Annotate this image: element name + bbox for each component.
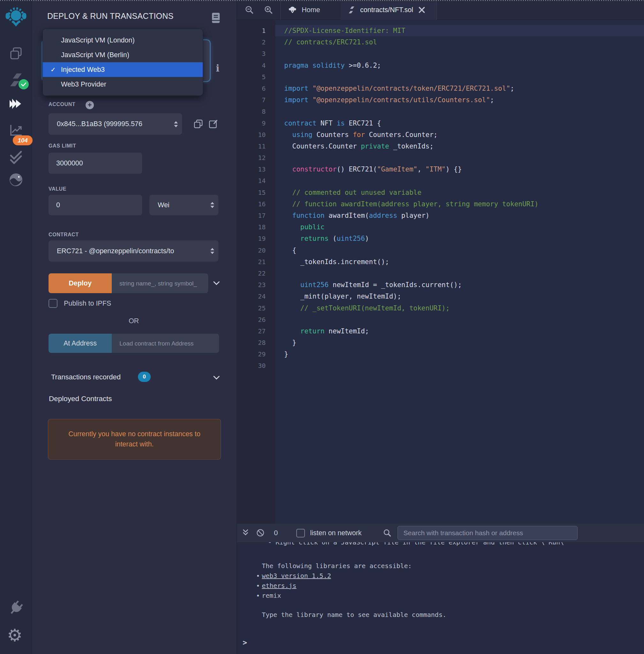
code-line[interactable]: 19 returns (uint256) [237,233,644,244]
code-line[interactable]: 24 _mint(player, newItemId); [237,291,644,302]
code-line[interactable]: 17 function awardItem(address player) [237,210,644,221]
code-line[interactable]: 13 constructor() ERC721("GameItem", "ITM… [237,163,644,175]
code-line[interactable]: 28 } [237,337,644,348]
deploy-args-input[interactable] [112,273,208,293]
code-text: // function awardItem(address player, st… [275,198,644,210]
code-line[interactable]: 8 [237,106,644,117]
gas-limit-input[interactable] [48,153,142,174]
code-line[interactable]: 25 // _setTokenURI(newItemId, tokenURI); [237,302,644,314]
code-text: uint256 newItemId = _tokenIds.current(); [275,279,644,291]
terminal-prompt: > [243,638,644,647]
deploy-button[interactable]: Deploy [48,273,112,293]
transactions-chevron-icon[interactable] [212,373,221,382]
line-number: 19 [237,233,275,244]
tab-home[interactable]: Home [281,0,340,20]
environment-dropdown: JavaScript VM (London)JavaScript VM (Ber… [43,29,203,96]
account-select[interactable]: 0x845...B1aB3 (999995.576 [48,113,182,135]
code-text: pragma solidity >=0.6.2; [275,60,644,71]
settings-gear-icon[interactable]: ⚙ [7,627,22,644]
publish-ipfs-checkbox[interactable] [48,299,58,308]
code-line[interactable]: 29} [237,348,644,360]
add-account-icon[interactable]: + [86,101,94,109]
zoom-out-icon[interactable] [245,5,254,15]
terminal-count: 0 [274,529,278,537]
deploy-run-icon[interactable] [8,97,24,112]
file-explorer-icon[interactable] [8,46,24,61]
terminal-line: The following libraries are accessible: [262,562,644,570]
line-number: 8 [237,106,275,117]
contract-select[interactable]: ERC721 - @openzeppelin/contracts/to [48,241,218,262]
or-separator-label: OR [48,317,219,325]
code-line[interactable]: 14 [237,175,644,186]
code-line[interactable]: 23 uint256 newItemId = _tokenIds.current… [237,279,644,291]
line-number: 27 [237,325,275,337]
code-text [275,175,644,186]
edit-account-icon[interactable] [208,119,218,129]
code-line[interactable]: 11 Counters.Counter private _tokenIds; [237,140,644,152]
terminal-library-item[interactable]: •ethers.js [256,582,644,589]
code-lines: 1//SPDX-License-Identifier: MIT2// contr… [237,25,644,372]
code-line[interactable]: 3 [237,48,644,60]
account-stepper-icon[interactable] [174,121,178,127]
code-text [275,152,644,163]
contract-stepper-icon[interactable] [210,248,214,254]
close-tab-icon[interactable] [418,6,426,14]
code-line[interactable]: 26 [237,314,644,325]
environment-option[interactable]: Web3 Provider [43,77,203,92]
zoom-in-icon[interactable] [264,5,273,15]
info-icon[interactable]: i [216,63,222,75]
environment-option[interactable]: ✓Injected Web3 [43,62,203,77]
code-line[interactable]: 20 { [237,245,644,256]
code-text: } [275,348,644,360]
code-line[interactable]: 15 // commented out unused variable [237,187,644,198]
code-line[interactable]: 21 _tokenIds.increment(); [237,256,644,268]
terminal-output[interactable]: - Right click on a JavaScript file in th… [237,542,644,654]
publish-ipfs-label: Publish to IPFS [64,299,111,308]
line-number: 7 [237,94,275,106]
code-line[interactable]: 10 using Counters for Counters.Counter; [237,129,644,140]
line-number: 22 [237,268,275,279]
unit-stepper-icon[interactable] [210,202,214,208]
environment-option[interactable]: JavaScript VM (Berlin) [43,48,203,62]
code-text: //SPDX-License-Identifier: MIT [275,25,644,37]
code-line[interactable]: 4pragma solidity >=0.6.2; [237,60,644,71]
value-input[interactable] [48,195,142,215]
at-address-input[interactable] [112,334,219,353]
unit-testing-icon[interactable] [8,150,24,165]
documentation-book-icon[interactable] [211,12,221,24]
at-address-button[interactable]: At Address [48,334,112,353]
code-line[interactable]: 27 return newItemId; [237,325,644,337]
collapse-terminal-icon[interactable] [242,528,250,537]
code-line[interactable]: 6import "@openzeppelin/contracts/token/E… [237,83,644,94]
warning-text: Currently you have no contract instances… [64,429,205,449]
line-number: 10 [237,129,275,140]
remix-logo-icon[interactable] [4,5,28,29]
code-editor[interactable]: 1//SPDX-License-Identifier: MIT2// contr… [237,0,644,524]
code-line[interactable]: 9contract NFT is ERC721 { [237,117,644,129]
terminal-search-input[interactable] [397,526,578,540]
copy-account-icon[interactable] [193,119,203,129]
terminal-library-item[interactable]: •web3 version 1.5.2 [256,572,644,580]
code-text: using Counters for Counters.Counter; [275,129,644,140]
code-line[interactable]: 2// contracts/ERC721.sol [237,37,644,48]
code-line[interactable]: 1//SPDX-License-Identifier: MIT [237,25,644,37]
code-line[interactable]: 16 // function awardItem(address player,… [237,198,644,210]
code-line[interactable]: 30 [237,360,644,371]
plugin-manager-icon[interactable] [5,596,27,618]
transactions-count-badge: 0 [138,372,151,382]
environment-option[interactable]: JavaScript VM (London) [43,33,203,48]
listen-network-checkbox[interactable] [296,529,305,537]
value-unit-select[interactable]: Wei [150,195,218,215]
line-number: 30 [237,360,275,371]
clear-console-icon[interactable] [256,528,265,537]
tab-nft-sol[interactable]: contracts/NFT.sol [340,0,436,20]
code-line[interactable]: 22 [237,268,644,279]
listen-network-label: listen on network [310,529,362,537]
code-line[interactable]: 7import "@openzeppelin/contracts/utils/C… [237,94,644,106]
line-number: 28 [237,337,275,348]
plugin-orb-icon[interactable] [8,172,24,187]
code-line[interactable]: 5 [237,71,644,83]
code-line[interactable]: 12 [237,152,644,163]
deploy-expand-chevron-icon[interactable] [212,278,221,287]
code-line[interactable]: 18 public [237,221,644,233]
